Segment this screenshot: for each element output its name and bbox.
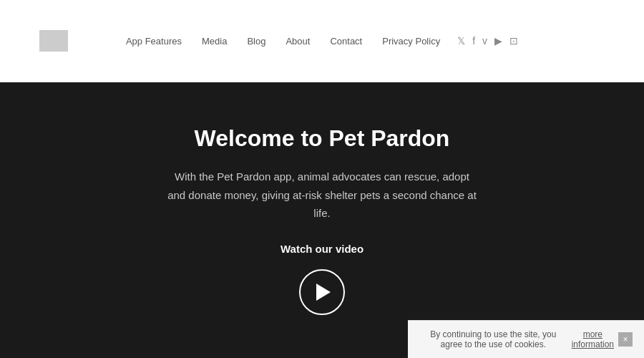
hero-section: Welcome to Pet Pardon With the Pet Pardo… <box>0 82 644 358</box>
hero-title: Welcome to Pet Pardon <box>195 125 450 152</box>
play-video-button[interactable] <box>299 269 345 315</box>
cookie-banner: By continuing to use the site, you agree… <box>408 320 644 358</box>
twitter-icon[interactable]: 𝕏 <box>457 35 465 47</box>
hero-subtitle: With the Pet Pardon app, animal advocate… <box>165 168 479 223</box>
watch-video-label: Watch our video <box>280 243 364 255</box>
nav-item-app-features[interactable]: App Features <box>126 36 182 47</box>
nav-item-blog[interactable]: Blog <box>247 36 265 47</box>
cookie-text: By continuing to use the site, you agree… <box>419 329 567 349</box>
social-icons: 𝕏 f v ▶ ⊡ <box>457 35 518 47</box>
logo-image <box>39 30 68 52</box>
nav-item-media[interactable]: Media <box>202 36 227 47</box>
facebook-icon[interactable]: f <box>472 35 475 47</box>
play-icon <box>316 284 331 301</box>
nav-links: App Features Media Blog About Contact Pr… <box>126 36 440 47</box>
logo[interactable] <box>39 30 68 52</box>
instagram-icon[interactable]: ⊡ <box>509 35 518 47</box>
nav-area: App Features Media Blog About Contact Pr… <box>126 35 518 47</box>
header: App Features Media Blog About Contact Pr… <box>0 0 644 82</box>
nav-item-privacy-policy[interactable]: Privacy Policy <box>382 36 440 47</box>
nav-item-about[interactable]: About <box>286 36 310 47</box>
cookie-close-button[interactable]: × <box>618 332 633 347</box>
cookie-more-info-link[interactable]: more information <box>572 329 614 349</box>
vimeo-icon[interactable]: v <box>482 35 487 47</box>
nav-item-contact[interactable]: Contact <box>330 36 362 47</box>
youtube-icon[interactable]: ▶ <box>494 35 502 47</box>
